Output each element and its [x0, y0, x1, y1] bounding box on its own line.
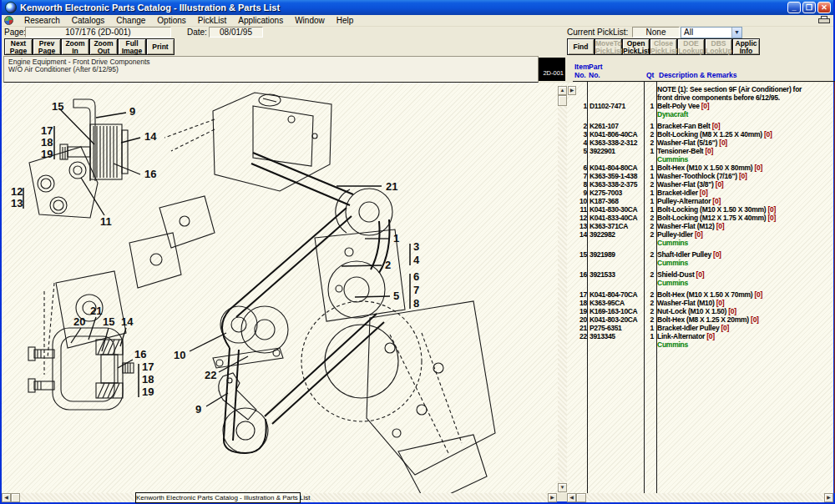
- cell-description: Bolt-Locking (M12 X 1.75 X 40mm) [0]: [654, 214, 833, 222]
- minimize-button[interactable]: _: [787, 2, 801, 13]
- table-row[interactable]: 12K041-833-40CA2Bolt-Locking (M12 X 1.75…: [573, 214, 833, 222]
- table-row[interactable]: 13K363-371CA2Washer-Flat (M12) [0]: [573, 222, 833, 230]
- col-separator: [644, 82, 645, 493]
- right-scroll-left-button[interactable]: ◀: [567, 493, 576, 502]
- table-row[interactable]: 9K275-70031Bracket-Idler [0]: [573, 189, 833, 197]
- supplier-row: Cummins: [573, 259, 833, 267]
- content-area: 1591718191416121311211342678510229202115…: [2, 83, 833, 493]
- btn-prev-page[interactable]: PrevPage: [33, 38, 61, 55]
- right-hscrollbar-thumb[interactable]: [576, 493, 586, 502]
- ref-tag: [0]: [716, 180, 724, 189]
- cell-item-no: 3: [573, 130, 587, 139]
- callout-leader: [121, 138, 140, 143]
- scroll-up-button[interactable]: ▲: [558, 86, 567, 95]
- callout-9: 9: [195, 403, 201, 416]
- table-row[interactable]: 4K363-338-2-3122Washer-Flat (5/16") [0]: [573, 139, 833, 147]
- left-scroll-left-button[interactable]: ◀: [2, 493, 11, 502]
- table-row[interactable]: 11K041-830-30CA1Bolt-Locking (M10 X 1.50…: [573, 205, 833, 214]
- ref-tag: [0]: [716, 299, 725, 307]
- cell-description: Bolt-Locking (M8 X 1.25 X 40mm) [0]: [654, 130, 833, 139]
- cell-description: Link-Alternator [0]: [654, 332, 833, 340]
- menu-window[interactable]: Window: [289, 15, 331, 26]
- printer-icon[interactable]: [818, 16, 830, 25]
- callout-leader: [114, 164, 140, 174]
- cell-item-no: 7: [573, 172, 587, 180]
- callout-12: 12: [11, 185, 23, 198]
- supplier-name: Cummins: [654, 340, 833, 349]
- supplier-name: Cummins: [654, 155, 833, 164]
- menu-bar: ResearchCatalogsChangeOptionsPickListApp…: [2, 15, 833, 27]
- dropdown-arrow-icon[interactable]: ▼: [731, 28, 741, 38]
- callout-leader: [190, 333, 226, 351]
- table-row[interactable]: 18K363-95CA2Washer-Flat (M10) [0]: [573, 299, 833, 307]
- table-row[interactable]: 2239133451Link-Alternator [0]: [573, 332, 833, 340]
- right-hscrollbar-track[interactable]: [567, 493, 833, 502]
- cell-description: Washer-Flat (3/8") [0]: [654, 180, 833, 189]
- parts-illustration[interactable]: 1591718191416121311211342678510229202115…: [4, 83, 555, 493]
- callout-leader: [59, 108, 94, 144]
- cell-description: Bracket-Idler Pulley [0]: [654, 324, 833, 332]
- table-row[interactable]: 7K363-359-1-4381Washer-Toothlock (7/16")…: [573, 172, 833, 180]
- table-row[interactable]: 20K041-803-20CA2Bolt-Hex (M8 X 1.25 X 20…: [573, 315, 833, 324]
- table-row[interactable]: 2K261-1071Bracket-Fan Belt [0]: [573, 122, 833, 130]
- callout-19: 19: [41, 148, 53, 160]
- cell-part-no: P275-6351: [587, 324, 642, 332]
- cell-item-no: 13: [573, 222, 587, 230]
- btn-open-picklist[interactable]: OpenPickList: [622, 38, 650, 55]
- cell-description: Nut-Lock (M10 X 1.50) [0]: [654, 307, 833, 315]
- menu-options[interactable]: Options: [151, 15, 191, 26]
- ref-tag: [0]: [719, 139, 727, 147]
- left-scroll-right-button[interactable]: ▶: [548, 493, 557, 502]
- callout-leader: [96, 113, 126, 118]
- btn-full-image[interactable]: FullImage: [118, 38, 146, 55]
- cell-description: Tensioner-Belt [0]: [654, 147, 833, 155]
- table-header: Item No. Part No. Qt Description & Remar…: [573, 63, 833, 83]
- cell-item-no: 12: [573, 214, 587, 222]
- ref-tag: [0]: [716, 222, 725, 230]
- menu-change[interactable]: Change: [110, 15, 151, 26]
- btn-next-page[interactable]: NextPage: [4, 38, 33, 55]
- btn-find[interactable]: Find: [567, 38, 595, 55]
- cell-description: Shaft-Idler Pulley [0]: [654, 250, 833, 259]
- vertical-scrollbar-thumb[interactable]: [558, 95, 567, 106]
- btn-applic-info[interactable]: ApplicInfo: [732, 38, 760, 55]
- table-row[interactable]: 8K363-338-2-3752Washer-Flat (3/8") [0]: [573, 180, 833, 189]
- scroll-down-button[interactable]: ▼: [558, 483, 567, 492]
- btn-zoom-in[interactable]: ZoomIn: [61, 38, 89, 55]
- menu-picklist[interactable]: PickList: [192, 15, 232, 26]
- table-row[interactable]: 1539219892Shaft-Idler Pulley [0]: [573, 250, 833, 259]
- cell-description: Bracket-Idler [0]: [654, 189, 833, 197]
- menu-catalogs[interactable]: Catalogs: [66, 15, 110, 26]
- table-row[interactable]: 1439229822Pulley-Idler [0]: [573, 230, 833, 239]
- table-row[interactable]: 17K041-804-70CA2Bolt-Hex (M10 X 1.50 X 7…: [573, 290, 833, 299]
- table-row[interactable]: 3K041-806-40CA2Bolt-Locking (M8 X 1.25 X…: [573, 130, 833, 139]
- callout-22: 22: [205, 369, 216, 381]
- left-hscrollbar-thumb[interactable]: [11, 493, 20, 502]
- ref-tag: [0]: [768, 214, 777, 222]
- vertical-scrollbar-track[interactable]: [558, 86, 567, 492]
- col-desc: Description & Remarks: [659, 71, 737, 79]
- cell-part-no: K169-163-10CA: [587, 307, 642, 315]
- btn-doe-lookup: DOELookup: [677, 38, 705, 55]
- restore-button[interactable]: ❐: [802, 2, 816, 13]
- menu-help[interactable]: Help: [331, 15, 360, 26]
- menu-applications[interactable]: Applications: [232, 15, 289, 26]
- cell-item-no: 15: [573, 250, 587, 259]
- table-row[interactable]: 6K041-804-80CA1Bolt-Hex (M10 X 1.50 X 80…: [573, 164, 833, 172]
- right-scroll-right-button[interactable]: ▶: [824, 493, 833, 502]
- table-row[interactable]: 19K169-163-10CA2Nut-Lock (M10 X 1.50) [0…: [573, 307, 833, 315]
- filter-dropdown[interactable]: All ▼: [681, 27, 742, 38]
- table-row[interactable]: 1639215332Shield-Dust [0]: [573, 270, 833, 279]
- col-item: Item: [574, 63, 588, 71]
- callout-leader: [355, 296, 390, 297]
- table-row[interactable]: 539229011Tensioner-Belt [0]: [573, 147, 833, 155]
- menu-research[interactable]: Research: [18, 15, 66, 26]
- btn-zoom-out[interactable]: ZoomOut: [89, 38, 118, 55]
- table-row[interactable]: 21P275-63511Bracket-Idler Pulley [0]: [573, 324, 833, 332]
- table-row[interactable]: 1D1102-74711Belt-Poly Vee [0]: [573, 102, 833, 110]
- cell-description: Washer-Flat (M12) [0]: [654, 222, 833, 230]
- table-row[interactable]: 10K187-3681Pulley-Alternator [0]: [573, 197, 833, 205]
- btn-print[interactable]: Print: [146, 38, 175, 55]
- ref-tag: [0]: [706, 147, 714, 155]
- close-button[interactable]: ✕: [817, 2, 831, 13]
